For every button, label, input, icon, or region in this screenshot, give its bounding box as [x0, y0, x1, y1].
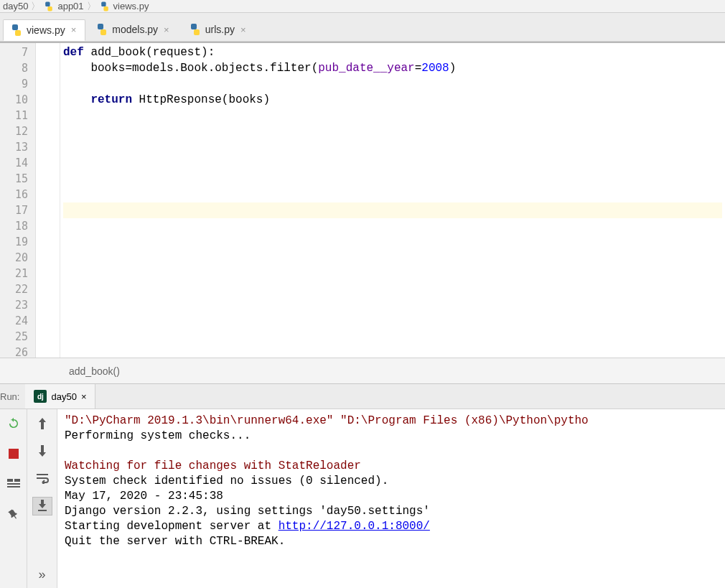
- tab-label: models.py: [112, 24, 158, 35]
- svg-rect-4: [7, 486, 20, 487]
- breadcrumb-label: views.py: [113, 1, 149, 11]
- folder-icon: [45, 1, 54, 11]
- python-file-icon: [190, 24, 201, 35]
- close-icon[interactable]: ×: [240, 24, 246, 35]
- run-tool-window-header: Run: dj day50 ×: [0, 383, 725, 409]
- chevron-right-icon: 〉: [31, 0, 40, 13]
- run-panel: » "D:\PyCharm 2019.1.3\bin\runnerw64.exe…: [0, 409, 725, 588]
- scroll-to-end-icon[interactable]: [32, 497, 52, 515]
- run-config-name: day50: [51, 391, 76, 402]
- tab-label: urls.py: [205, 24, 235, 35]
- svg-rect-1: [7, 479, 13, 482]
- breadcrumb: day50 〉 app01 〉 views.py: [0, 0, 725, 13]
- stop-icon[interactable]: [5, 445, 22, 462]
- run-config-tab[interactable]: dj day50 ×: [25, 384, 95, 409]
- editor-tab-models[interactable]: models.py ×: [88, 19, 178, 39]
- arrow-up-icon[interactable]: [34, 415, 51, 432]
- svg-rect-3: [7, 483, 20, 485]
- breadcrumb-label: app01: [57, 1, 83, 11]
- close-icon[interactable]: ×: [71, 24, 77, 35]
- svg-rect-0: [9, 449, 19, 459]
- code-editor[interactable]: 7891011121314151617181920212223242526 de…: [0, 43, 725, 358]
- run-label: Run:: [0, 391, 25, 402]
- chevron-right-icon: 〉: [87, 0, 96, 13]
- arrow-down-icon[interactable]: [34, 442, 51, 459]
- django-icon: dj: [34, 390, 47, 403]
- soft-wrap-icon[interactable]: [34, 470, 51, 487]
- python-file-icon: [96, 24, 108, 35]
- close-icon[interactable]: ×: [164, 24, 169, 35]
- code-content[interactable]: def add_book(request): books=models.Book…: [60, 43, 725, 358]
- run-toolbar-right: »: [27, 409, 57, 588]
- close-icon[interactable]: ×: [81, 391, 87, 402]
- editor-tab-views[interactable]: views.py ×: [3, 19, 85, 41]
- line-number-gutter: 7891011121314151617181920212223242526: [0, 43, 36, 358]
- more-icon[interactable]: »: [34, 566, 51, 583]
- python-file-icon: [11, 24, 22, 36]
- editor-tab-bar: views.py × models.py × urls.py ×: [0, 13, 725, 42]
- svg-rect-2: [14, 479, 20, 482]
- tab-label: views.py: [27, 24, 65, 36]
- breadcrumb-item[interactable]: views.py: [99, 1, 149, 12]
- breadcrumb-label: day50: [3, 1, 28, 11]
- breadcrumb-item[interactable]: day50: [3, 1, 28, 11]
- svg-rect-5: [38, 510, 47, 511]
- run-toolbar-left: [0, 409, 27, 588]
- editor-tab-urls[interactable]: urls.py ×: [182, 19, 256, 39]
- python-file-icon: [100, 1, 109, 11]
- rerun-icon[interactable]: [5, 415, 22, 432]
- layout-icon[interactable]: [5, 475, 22, 493]
- breadcrumb-item[interactable]: app01: [43, 1, 83, 12]
- fold-margin: [36, 43, 60, 358]
- console-output[interactable]: "D:\PyCharm 2019.1.3\bin\runnerw64.exe" …: [57, 409, 725, 588]
- pin-icon[interactable]: [5, 505, 22, 523]
